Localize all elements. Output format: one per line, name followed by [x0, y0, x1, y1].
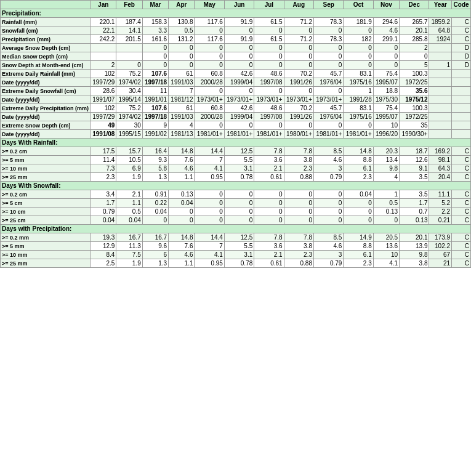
col-header-jul: Jul	[254, 1, 284, 9]
col-header-mar: Mar	[142, 1, 168, 9]
climate-table: Jan Feb Mar Apr May Jun Jul Aug Sep Oct …	[0, 0, 471, 268]
data-cell: 130.8	[169, 18, 195, 26]
data-cell: 7.3	[91, 164, 116, 173]
data-cell: 2000/28	[195, 78, 224, 87]
data-cell: 45.7	[313, 70, 343, 78]
data-cell: 48.6	[254, 104, 284, 113]
data-cell: 117.6	[195, 35, 224, 44]
data-cell	[429, 87, 452, 95]
data-cell: 6.1	[344, 164, 373, 173]
data-cell: 3.1	[224, 164, 254, 173]
table-row: >= 25 mm2.31.91.31.10.950.780.610.880.79…	[1, 173, 471, 182]
data-cell: 1976/04	[313, 113, 343, 121]
data-cell: 0.5	[116, 208, 142, 216]
data-cell: 3.8	[400, 259, 429, 268]
data-cell: 0.04	[142, 208, 168, 216]
data-cell: 4	[373, 173, 399, 182]
data-cell: 8.8	[344, 242, 373, 251]
data-cell: 8.4	[91, 251, 116, 259]
data-cell: 6	[142, 251, 168, 259]
data-cell: 0	[224, 121, 254, 130]
data-cell: 1.9	[116, 259, 142, 268]
data-cell: 1999/04	[224, 78, 254, 87]
data-cell: 16.7	[142, 233, 168, 242]
data-cell: 285.8	[400, 35, 429, 44]
data-cell: 0	[313, 199, 343, 208]
data-cell: 0	[142, 44, 168, 52]
table-row: Date (yyyy/dd)1997/291974/021997/181991/…	[1, 78, 471, 87]
data-cell: 1991/28	[344, 95, 373, 104]
data-cell: 0	[195, 87, 224, 95]
data-cell: 2000/28	[195, 113, 224, 121]
table-row: >= 0.2 mm19.316.716.714.814.412.57.87.88…	[1, 233, 471, 242]
data-cell: 4	[169, 121, 195, 130]
data-cell: 61	[169, 104, 195, 113]
data-cell: 5.8	[142, 164, 168, 173]
data-cell: 42.6	[224, 70, 254, 78]
data-cell: C	[452, 173, 471, 182]
data-cell: 61.5	[254, 18, 284, 26]
data-cell	[91, 52, 116, 61]
data-cell: 2.3	[91, 173, 116, 182]
data-cell: 0	[373, 61, 399, 70]
data-cell: 0	[195, 26, 224, 35]
data-cell: 181.9	[344, 18, 373, 26]
row-label: >= 10 mm	[1, 251, 91, 259]
data-cell: 75.4	[373, 104, 399, 113]
data-cell: 0	[313, 26, 343, 35]
data-cell: 0	[254, 26, 284, 35]
data-cell: 0	[284, 44, 313, 52]
section-header: Precipitation:	[1, 9, 471, 18]
data-cell	[429, 95, 452, 104]
data-cell: 11.1	[429, 190, 452, 199]
data-cell: 10	[373, 121, 399, 130]
data-cell: 0.21	[429, 216, 452, 225]
table-row: Precipitation (mm)242.2201.5161.6131.211…	[1, 35, 471, 44]
data-cell: 98.1	[429, 156, 452, 164]
col-header-jan: Jan	[91, 1, 116, 9]
col-header-jun: Jun	[224, 1, 254, 9]
data-cell: 0	[224, 208, 254, 216]
data-cell: 2	[400, 44, 429, 52]
data-cell: 13.6	[373, 242, 399, 251]
data-cell: 42.6	[224, 104, 254, 113]
data-cell: 1996/20	[373, 130, 399, 139]
data-cell: 75.2	[116, 104, 142, 113]
data-cell: 0	[224, 216, 254, 225]
data-cell: 1.3	[142, 173, 168, 182]
data-cell: 0.04	[116, 216, 142, 225]
data-cell: 22.1	[91, 26, 116, 35]
data-cell	[429, 113, 452, 121]
data-cell: 0.13	[373, 208, 399, 216]
table-row: Days With Snowfall:	[1, 182, 471, 190]
row-label: >= 0.2 cm	[1, 147, 91, 156]
data-cell: 91.9	[224, 18, 254, 26]
table-row: Date (yyyy/dd)1997/291974/021997/181991/…	[1, 113, 471, 121]
data-cell: 0	[254, 44, 284, 52]
data-cell: 107.6	[142, 70, 168, 78]
data-cell: 20.4	[429, 173, 452, 182]
data-cell: 0	[284, 52, 313, 61]
data-cell: 0	[344, 52, 373, 61]
data-cell: 187.4	[116, 18, 142, 26]
data-cell: 61.5	[254, 35, 284, 44]
data-cell: C	[452, 216, 471, 225]
data-cell: 173.9	[429, 233, 452, 242]
col-header-dec: Dec	[400, 1, 429, 9]
data-cell: 0.95	[195, 173, 224, 182]
data-cell	[452, 87, 471, 95]
data-cell: 14.9	[344, 233, 373, 242]
data-cell: 45.7	[313, 104, 343, 113]
data-cell: 10.5	[116, 156, 142, 164]
data-cell: 1997/18	[142, 78, 168, 87]
data-cell: 9.8	[373, 164, 399, 173]
data-cell: 0	[284, 87, 313, 95]
data-cell: 3.5	[400, 190, 429, 199]
data-cell: 0	[195, 190, 224, 199]
data-cell: 4.1	[195, 164, 224, 173]
data-cell: 0	[344, 44, 373, 52]
data-cell: 61	[169, 70, 195, 78]
data-cell: 0.13	[169, 190, 195, 199]
data-cell: 21	[429, 259, 452, 268]
data-cell: 0	[195, 199, 224, 208]
